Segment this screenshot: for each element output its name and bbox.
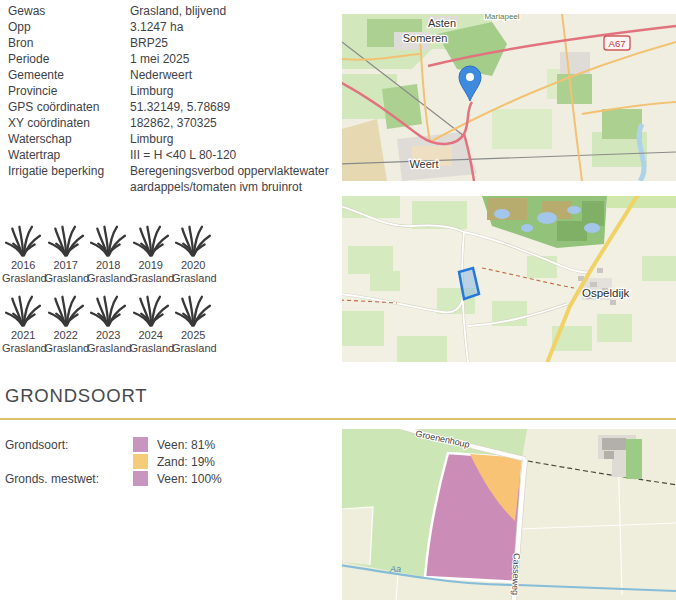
info-label: Watertrap	[8, 147, 130, 163]
info-row-xy: XY coördinaten182862, 370325	[8, 115, 330, 131]
grass-icon	[5, 225, 41, 257]
shield-label: A67	[609, 38, 626, 49]
history-crop: Grasland	[130, 342, 173, 355]
section-divider	[0, 418, 676, 420]
info-value: 1 mei 2025	[130, 51, 330, 67]
history-year: 2023	[87, 329, 130, 342]
crop-history-item: 2020Grasland	[172, 225, 215, 285]
info-value: Grasland, blijvend	[130, 3, 330, 19]
town-label-asten: Asten	[428, 17, 456, 29]
info-row-gemeente: GemeenteNederweert	[8, 67, 330, 83]
road-label-casseweg: Casseweg	[510, 553, 521, 595]
info-label: Irrigatie beperking	[8, 163, 130, 195]
info-label: Gemeente	[8, 67, 130, 83]
history-year: 2018	[87, 259, 130, 272]
history-year: 2021	[2, 329, 45, 342]
info-row-irrigatie: Irrigatie beperkingBeregeningsverbod opp…	[8, 163, 330, 195]
town-label-someren: Someren	[403, 32, 448, 44]
info-value: Nederweert	[130, 67, 330, 83]
info-value: Limburg	[130, 131, 330, 147]
veen-color-swatch	[133, 471, 148, 486]
history-crop: Grasland	[87, 272, 130, 285]
crop-history-item: 2025Grasland	[172, 295, 215, 355]
legend-row: Gronds. mestwet: Veen: 100%	[5, 470, 222, 487]
crop-history-grid: 2016Grasland 2017Grasland 2018Grasland 2…	[2, 225, 215, 355]
history-year: 2017	[45, 259, 88, 272]
region-map[interactable]: Ospeldijk	[342, 196, 676, 362]
parcel-soil-map[interactable]: Groenenhoup Casseweg Aa	[342, 429, 676, 600]
crop-history-item: 2023Grasland	[87, 295, 130, 355]
grass-icon	[175, 225, 211, 257]
grass-icon	[90, 295, 126, 327]
motorway-shield: A67	[604, 36, 630, 50]
crop-history-item: 2019Grasland	[130, 225, 173, 285]
history-crop: Grasland	[172, 272, 215, 285]
village-label: Ospeldijk	[582, 287, 630, 299]
history-year: 2016	[2, 259, 45, 272]
parcel-info-table: GewasGrasland, blijvend Opp3.1247 ha Bro…	[8, 3, 330, 195]
info-row-waterschap: WaterschapLimburg	[8, 131, 330, 147]
legend-text: Veen: 100%	[157, 472, 222, 486]
info-value: 51.32149, 5.78689	[130, 99, 330, 115]
history-crop: Grasland	[2, 342, 45, 355]
soil-legend: Grondsoort: Veen: 81% Zand: 19% Gronds. …	[5, 436, 222, 487]
history-crop: Grasland	[2, 272, 45, 285]
info-label: Provincie	[8, 83, 130, 99]
crop-history-item: 2018Grasland	[87, 225, 130, 285]
legend-text: Zand: 19%	[157, 455, 215, 469]
info-value: 182862, 370325	[130, 115, 330, 131]
grass-icon	[5, 295, 41, 327]
history-crop: Grasland	[172, 342, 215, 355]
history-year: 2024	[130, 329, 173, 342]
info-value: Limburg	[130, 83, 330, 99]
grass-icon	[133, 295, 169, 327]
info-label: Gewas	[8, 3, 130, 19]
mestwet-label: Gronds. mestwet:	[5, 472, 133, 486]
info-value: 3.1247 ha	[130, 19, 330, 35]
legend-row: Grondsoort: Veen: 81%	[5, 436, 222, 453]
history-crop: Grasland	[45, 272, 88, 285]
grass-icon	[133, 225, 169, 257]
field-notch	[342, 507, 373, 565]
info-label: GPS coördinaten	[8, 99, 130, 115]
info-label: Waterschap	[8, 131, 130, 147]
zand-color-swatch	[133, 454, 148, 469]
info-row-gps: GPS coördinaten51.32149, 5.78689	[8, 99, 330, 115]
info-value: BRP25	[130, 35, 330, 51]
history-year: 2025	[172, 329, 215, 342]
parcel-info-page: GewasGrasland, blijvend Opp3.1247 ha Bro…	[0, 0, 676, 613]
history-crop: Grasland	[130, 272, 173, 285]
town-label-weert: Weert	[409, 158, 438, 170]
overview-map[interactable]: A67 Asten Someren Weert Mariapeel	[342, 14, 676, 181]
info-value: Beregeningsverbod oppervlaktewater aarda…	[130, 163, 330, 195]
info-label: Periode	[8, 51, 130, 67]
history-year: 2022	[45, 329, 88, 342]
history-crop: Grasland	[87, 342, 130, 355]
grass-icon	[48, 225, 84, 257]
crop-history-item: 2024Grasland	[130, 295, 173, 355]
history-year: 2020	[172, 259, 215, 272]
history-year: 2019	[130, 259, 173, 272]
grass-icon	[90, 225, 126, 257]
veen-color-swatch	[133, 437, 148, 452]
info-label: Opp	[8, 19, 130, 35]
history-crop: Grasland	[45, 342, 88, 355]
legend-row: Zand: 19%	[5, 453, 222, 470]
info-row-bron: BronBRP25	[8, 35, 330, 51]
grondsoort-label: Grondsoort:	[5, 438, 133, 452]
info-label: XY coördinaten	[8, 115, 130, 131]
crop-history-item: 2021Grasland	[2, 295, 45, 355]
crop-history-item: 2017Grasland	[45, 225, 88, 285]
crop-history-item: 2016Grasland	[2, 225, 45, 285]
stream-label: Aa	[389, 564, 401, 574]
grondsoort-section-title: GRONDSOORT	[5, 385, 147, 407]
grass-icon	[48, 295, 84, 327]
crop-history-item: 2022Grasland	[45, 295, 88, 355]
info-label: Bron	[8, 35, 130, 51]
area-label-partial: Mariapeel	[484, 14, 519, 21]
legend-text: Veen: 81%	[157, 438, 215, 452]
info-row-periode: Periode1 mei 2025	[8, 51, 330, 67]
info-row-watertrap: WatertrapIII = H <40 L 80-120	[8, 147, 330, 163]
grass-icon	[175, 295, 211, 327]
info-value: III = H <40 L 80-120	[130, 147, 330, 163]
